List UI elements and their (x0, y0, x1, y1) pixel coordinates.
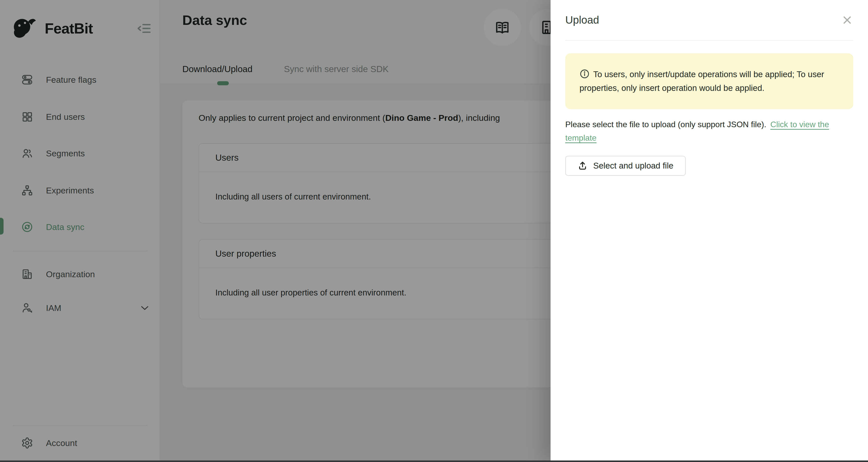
window-bottom-edge (0, 460, 868, 462)
info-alert: To users, only insert/update operations … (565, 53, 853, 109)
upload-icon (578, 161, 588, 171)
upload-instruction: Please select the file to upload (only s… (565, 118, 853, 145)
close-icon[interactable] (841, 14, 853, 26)
upload-button-label: Select and upload file (593, 161, 674, 171)
alert-text: To users, only insert/update operations … (580, 70, 824, 93)
drawer-header: Upload (551, 0, 868, 40)
upload-drawer: Upload To users, only insert/update oper… (551, 0, 868, 462)
drawer-body: To users, only insert/update operations … (551, 41, 868, 176)
drawer-title: Upload (565, 14, 599, 26)
info-circle-icon (580, 69, 590, 79)
select-upload-file-button[interactable]: Select and upload file (565, 156, 686, 176)
app-root: FeatBit Feature flags End (0, 0, 868, 462)
